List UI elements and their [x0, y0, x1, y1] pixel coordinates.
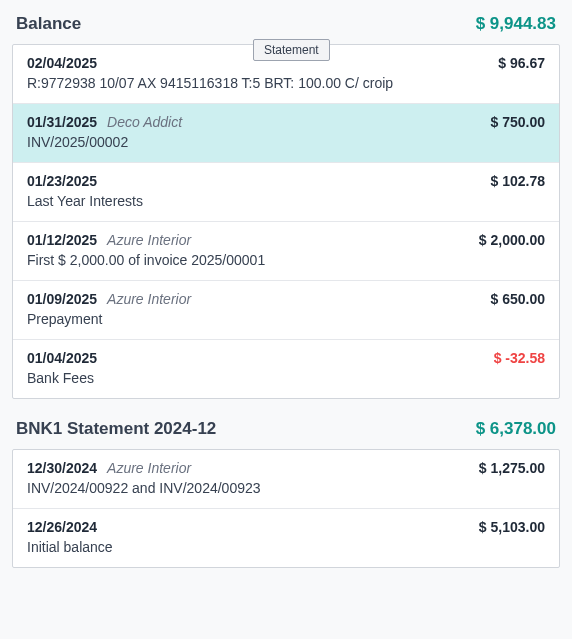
transaction-amount: $ 96.67: [498, 55, 545, 71]
transaction-list: 12/30/2024Azure Interior$ 1,275.00INV/20…: [12, 449, 560, 568]
transaction-partner: Azure Interior: [107, 460, 191, 476]
transaction-amount: $ 2,000.00: [479, 232, 545, 248]
section-title: BNK1 Statement 2024-12: [16, 419, 216, 439]
transaction-description: Last Year Interests: [27, 193, 545, 209]
transaction-row[interactable]: 01/04/2025$ -32.58Bank Fees: [13, 340, 559, 398]
transaction-amount: $ 5,103.00: [479, 519, 545, 535]
transaction-description: First $ 2,000.00 of invoice 2025/00001: [27, 252, 545, 268]
transaction-partner: Azure Interior: [107, 232, 191, 248]
transaction-amount: $ 102.78: [491, 173, 546, 189]
section-amount: $ 9,944.83: [476, 14, 556, 34]
transaction-list: Statement02/04/2025$ 96.67R:9772938 10/0…: [12, 44, 560, 399]
tooltip: Statement: [253, 39, 330, 61]
transaction-date: 01/04/2025: [27, 350, 97, 366]
transaction-date: 02/04/2025: [27, 55, 97, 71]
transaction-description: Prepayment: [27, 311, 545, 327]
transaction-date: 01/23/2025: [27, 173, 97, 189]
transaction-row[interactable]: 12/26/2024$ 5,103.00Initial balance: [13, 509, 559, 567]
transaction-partner: Deco Addict: [107, 114, 182, 130]
transaction-partner: Azure Interior: [107, 291, 191, 307]
transaction-row[interactable]: 01/31/2025Deco Addict$ 750.00INV/2025/00…: [13, 104, 559, 163]
statement-section: Balance$ 9,944.83Statement02/04/2025$ 96…: [12, 8, 560, 399]
transaction-date: 12/26/2024: [27, 519, 97, 535]
transaction-description: Initial balance: [27, 539, 545, 555]
transaction-description: INV/2025/00002: [27, 134, 545, 150]
transaction-date: 01/12/2025: [27, 232, 97, 248]
transaction-description: R:9772938 10/07 AX 9415116318 T:5 BRT: 1…: [27, 75, 545, 91]
transaction-description: Bank Fees: [27, 370, 545, 386]
transaction-row[interactable]: 12/30/2024Azure Interior$ 1,275.00INV/20…: [13, 450, 559, 509]
transaction-amount: $ 750.00: [491, 114, 546, 130]
transaction-date: 01/09/2025: [27, 291, 97, 307]
transaction-row[interactable]: Statement02/04/2025$ 96.67R:9772938 10/0…: [13, 45, 559, 104]
section-title: Balance: [16, 14, 81, 34]
section-amount: $ 6,378.00: [476, 419, 556, 439]
transaction-description: INV/2024/00922 and INV/2024/00923: [27, 480, 545, 496]
transaction-date: 12/30/2024: [27, 460, 97, 476]
transaction-amount: $ -32.58: [494, 350, 545, 366]
transaction-row[interactable]: 01/23/2025$ 102.78Last Year Interests: [13, 163, 559, 222]
transaction-row[interactable]: 01/09/2025Azure Interior$ 650.00Prepayme…: [13, 281, 559, 340]
statement-section: BNK1 Statement 2024-12$ 6,378.0012/30/20…: [12, 413, 560, 568]
transaction-row[interactable]: 01/12/2025Azure Interior$ 2,000.00First …: [13, 222, 559, 281]
transaction-amount: $ 1,275.00: [479, 460, 545, 476]
section-header: BNK1 Statement 2024-12$ 6,378.00: [12, 413, 560, 449]
transaction-amount: $ 650.00: [491, 291, 546, 307]
transaction-date: 01/31/2025: [27, 114, 97, 130]
